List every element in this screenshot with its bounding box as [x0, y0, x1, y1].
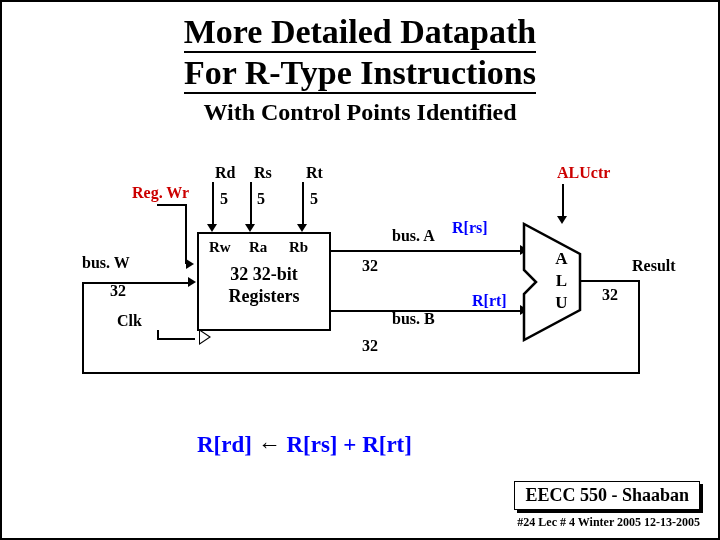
label-32-busw: 32 — [110, 282, 126, 300]
clock-triangle-icon — [199, 329, 211, 345]
port-ra: Ra — [249, 239, 267, 256]
label-regwr: Reg. Wr — [132, 184, 189, 202]
eq-lhs: R[rd] — [197, 432, 252, 457]
regfile-text: 32 32-bit Registers — [199, 264, 329, 307]
alu-label: ALU — [551, 249, 571, 315]
label-32-busa: 32 — [362, 257, 378, 275]
slide: More Detailed Datapath For R-Type Instru… — [0, 0, 720, 540]
label-5-rd: 5 — [220, 190, 228, 208]
course-footer: EECC 550 - Shaaban — [514, 481, 700, 510]
page-footer: #24 Lec # 4 Winter 2005 12-13-2005 — [517, 515, 700, 530]
title-line-1: More Detailed Datapath — [184, 12, 537, 53]
port-rw: Rw — [209, 239, 231, 256]
label-rt: Rt — [306, 164, 323, 182]
label-32-busb: 32 — [362, 337, 378, 355]
port-rb: Rb — [289, 239, 308, 256]
eq-rhs: R[rs] + R[rt] — [286, 432, 412, 457]
label-busb: bus. B — [392, 310, 435, 328]
label-32-result: 32 — [602, 286, 618, 304]
label-5-rt: 5 — [310, 190, 318, 208]
label-clk: Clk — [117, 312, 142, 330]
label-busa: bus. A — [392, 227, 435, 245]
label-rd: Rd — [215, 164, 235, 182]
datapath-diagram: Rd Rs Rt Reg. Wr 5 5 5 Rw Ra Rb 32 32-bi… — [2, 152, 720, 472]
slide-title: More Detailed Datapath For R-Type Instru… — [2, 12, 718, 94]
register-file: Rw Ra Rb 32 32-bit Registers — [197, 232, 331, 331]
label-r-rs: R[rs] — [452, 219, 488, 237]
label-aluctr: ALUctr — [557, 164, 610, 182]
title-line-2: For R-Type Instructions — [184, 53, 536, 94]
label-result: Result — [632, 257, 676, 275]
label-r-rt: R[rt] — [472, 292, 507, 310]
label-5-rs: 5 — [257, 190, 265, 208]
left-arrow-icon: ← — [258, 432, 281, 457]
label-rs: Rs — [254, 164, 272, 182]
slide-subtitle: With Control Points Identified — [2, 99, 718, 126]
datapath-equation: R[rd] ← R[rs] + R[rt] — [197, 432, 412, 458]
label-busw: bus. W — [82, 254, 130, 272]
